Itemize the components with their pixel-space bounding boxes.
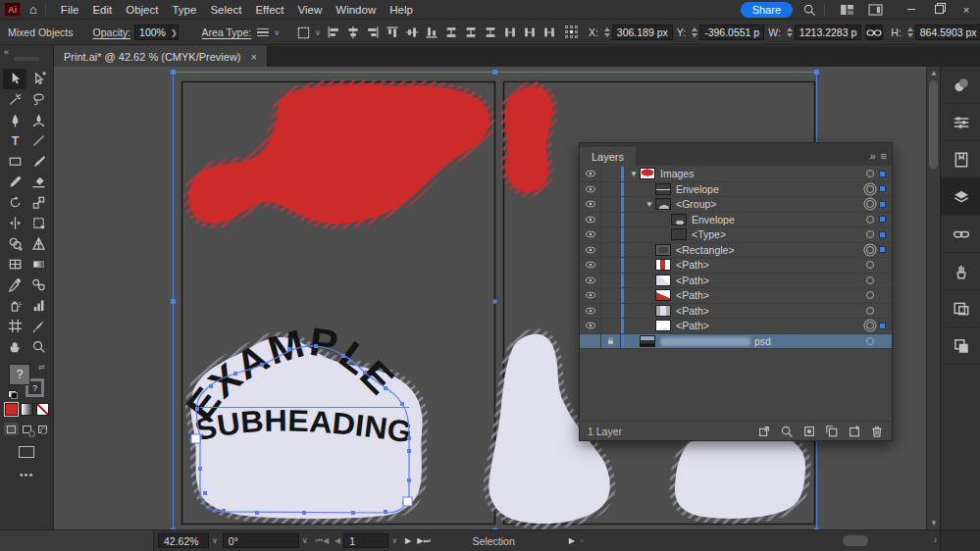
eraser-tool[interactable] <box>26 172 50 192</box>
visibility-eye-icon[interactable] <box>580 213 601 227</box>
menu-select[interactable]: Select <box>203 4 248 16</box>
layer-thumbnail[interactable] <box>655 198 671 210</box>
rotation-field[interactable]: 0° <box>223 533 299 548</box>
zoom-tool[interactable] <box>26 336 50 357</box>
lock-cell[interactable] <box>601 227 621 242</box>
menu-window[interactable]: Window <box>329 4 383 16</box>
fill-proxy[interactable]: ? <box>9 364 30 385</box>
visibility-eye-icon[interactable] <box>580 243 601 258</box>
selected-anchor-handle[interactable] <box>191 434 200 443</box>
visibility-eye-icon[interactable] <box>580 288 601 303</box>
type-tool[interactable] <box>3 130 26 151</box>
layer-label[interactable]: <Path> <box>676 275 861 286</box>
artboard-number-field[interactable]: 1 <box>343 533 388 548</box>
target-circle[interactable] <box>866 261 874 269</box>
expand-chevron-icon[interactable]: ▼ <box>644 200 655 209</box>
h-value-field[interactable]: 864.5903 px <box>915 25 980 40</box>
lock-icon[interactable] <box>601 334 621 349</box>
last-artboard-icon[interactable]: ▶⏭︎ <box>417 536 430 546</box>
visibility-eye-icon[interactable] <box>580 197 601 212</box>
share-button[interactable]: Share <box>741 2 793 18</box>
rotation-dropdown-icon[interactable]: ∨ <box>302 536 308 545</box>
layer-label[interactable]: <Rectangle> <box>676 244 861 256</box>
heading-shape[interactable]: EXAMPLE SUBHEADING <box>178 320 423 519</box>
layer-row[interactable]: Envelope <box>580 182 892 198</box>
links-panel-icon[interactable] <box>941 216 980 253</box>
none-swatch-button[interactable] <box>36 403 49 416</box>
target-circle[interactable] <box>866 307 874 315</box>
gradient-swatch-button[interactable] <box>21 403 33 416</box>
scale-tool[interactable] <box>26 192 50 213</box>
next-artboard-icon[interactable]: ▶ <box>405 536 411 545</box>
lock-cell[interactable] <box>601 213 621 227</box>
layer-label[interactable]: Images <box>660 168 861 179</box>
layer-row[interactable]: <Path> <box>580 274 892 289</box>
layer-row[interactable]: psd <box>580 334 892 350</box>
rotate-tool[interactable] <box>3 192 26 213</box>
red-blob-large[interactable] <box>188 84 489 224</box>
area-type-options-icon[interactable] <box>257 28 269 37</box>
transform-reference-icon[interactable] <box>296 25 311 41</box>
distribute-bottom-icon[interactable] <box>482 25 498 41</box>
lock-cell[interactable] <box>601 243 621 258</box>
layer-thumbnail[interactable] <box>655 289 671 301</box>
swap-fill-stroke-icon[interactable]: ⇄ <box>38 363 45 372</box>
pathfinder-panel-icon[interactable] <box>941 327 980 365</box>
target-circle[interactable] <box>866 200 874 208</box>
hand-tool[interactable] <box>3 336 26 357</box>
align-bottom-icon[interactable] <box>423 25 439 41</box>
search-icon[interactable] <box>802 3 816 17</box>
collapse-toolbar-icon[interactable]: « <box>4 47 9 57</box>
layer-row[interactable]: Envelope <box>580 213 892 228</box>
artboard-tool[interactable] <box>3 316 26 336</box>
layer-row[interactable]: <Path> <box>580 319 892 334</box>
visibility-eye-icon[interactable] <box>580 304 601 319</box>
target-circle[interactable] <box>866 185 874 193</box>
visibility-eye-icon[interactable] <box>580 319 601 333</box>
selection-tool[interactable] <box>3 69 26 89</box>
layer-thumbnail[interactable] <box>655 259 671 271</box>
layer-label[interactable]: Envelope <box>676 183 861 195</box>
align-top-icon[interactable] <box>384 25 400 41</box>
target-circle[interactable] <box>866 322 874 329</box>
lock-cell[interactable] <box>601 167 621 181</box>
free-transform-tool[interactable] <box>26 213 50 233</box>
close-window-button[interactable]: × <box>953 0 980 20</box>
lock-cell[interactable] <box>601 258 621 273</box>
x-value-field[interactable]: 306.189 px <box>612 25 673 40</box>
target-circle[interactable] <box>866 246 874 254</box>
zoom-dropdown-icon[interactable]: ∨ <box>212 536 218 545</box>
area-type-label[interactable]: Area Type: <box>202 26 252 38</box>
opacity-label[interactable]: Opacity: <box>93 26 131 38</box>
gradient-tool[interactable] <box>26 254 50 275</box>
lock-cell[interactable] <box>601 197 621 212</box>
workspace-icon[interactable] <box>840 4 854 16</box>
distribute-left-icon[interactable] <box>501 25 518 41</box>
menu-file[interactable]: File <box>54 4 86 16</box>
collect-for-export-icon[interactable] <box>757 425 771 438</box>
target-circle[interactable] <box>866 291 874 299</box>
vertical-scroll-thumb[interactable] <box>929 80 938 169</box>
vertical-scrollbar[interactable]: ▲ ▼ <box>926 67 940 529</box>
change-screen-mode-icon[interactable] <box>19 446 34 458</box>
edit-toolbar-icon[interactable]: ••• <box>0 469 53 480</box>
minimize-button[interactable] <box>898 0 925 20</box>
opacity-dropdown[interactable]: ❯ <box>171 25 179 40</box>
layer-thumbnail[interactable] <box>640 335 655 347</box>
toolbar-grip[interactable] <box>14 57 39 61</box>
delete-layer-icon[interactable] <box>870 425 884 438</box>
layer-thumbnail[interactable] <box>655 244 671 256</box>
menu-effect[interactable]: Effect <box>248 4 290 16</box>
align-right-icon[interactable] <box>364 25 381 41</box>
collapse-panel-icon[interactable]: » <box>869 150 875 162</box>
perspective-grid-tool[interactable] <box>26 233 50 254</box>
align-left-icon[interactable] <box>325 25 341 41</box>
layer-thumbnail[interactable] <box>640 168 655 179</box>
magic-wand-tool[interactable] <box>3 89 26 110</box>
layer-row[interactable]: ▼<Group> <box>580 197 892 213</box>
paintbrush-tool[interactable] <box>26 151 50 172</box>
direct-selection-tool[interactable] <box>26 69 50 89</box>
shape-builder-tool[interactable] <box>3 233 26 254</box>
layer-row[interactable]: <Path> <box>580 288 892 304</box>
status-next-icon[interactable]: ▶ <box>569 536 575 545</box>
